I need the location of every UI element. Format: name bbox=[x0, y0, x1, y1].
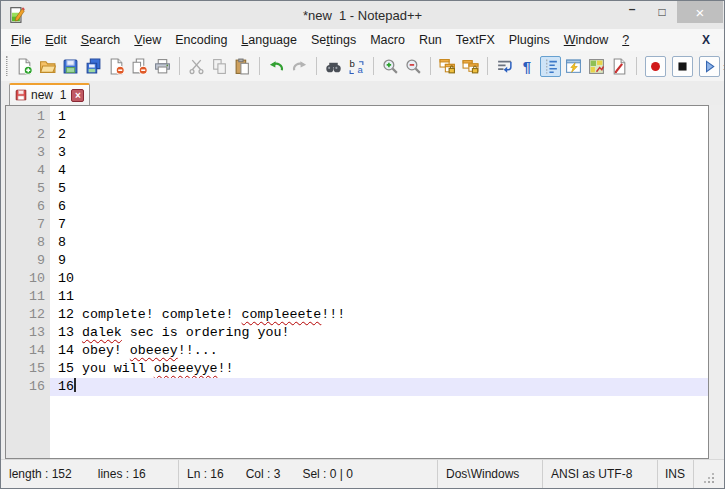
line-number[interactable]: 2 bbox=[6, 126, 50, 144]
tab-new-1[interactable]: new 1 × bbox=[9, 83, 90, 105]
line-text[interactable]: 6 bbox=[50, 198, 708, 216]
close-all-icon[interactable] bbox=[129, 56, 150, 77]
line-text[interactable]: 5 bbox=[50, 180, 708, 198]
caption-buttons: – □ × bbox=[617, 1, 724, 23]
sync-horizontal-icon[interactable] bbox=[460, 56, 481, 77]
word-wrap-icon[interactable] bbox=[494, 56, 515, 77]
status-length: length : 152 bbox=[9, 467, 72, 481]
line-number[interactable]: 7 bbox=[6, 216, 50, 234]
line-text[interactable]: 7 bbox=[50, 216, 708, 234]
line-text[interactable]: 10 bbox=[50, 270, 708, 288]
status-line: Ln : 16 bbox=[187, 467, 224, 481]
open-file-icon[interactable] bbox=[37, 56, 58, 77]
toolbar: ba¶ » bbox=[1, 51, 724, 81]
line-number[interactable]: 12 bbox=[6, 306, 50, 324]
line-text[interactable]: 13 dalek sec is ordering you! bbox=[50, 324, 708, 342]
line-text[interactable]: 8 bbox=[50, 234, 708, 252]
line-text[interactable]: 4 bbox=[50, 162, 708, 180]
print-icon[interactable] bbox=[152, 56, 173, 77]
indent-guide-icon[interactable] bbox=[540, 56, 561, 77]
sync-vertical-icon[interactable] bbox=[437, 56, 458, 77]
menu-item-macro[interactable]: Macro bbox=[363, 31, 412, 49]
menu-item-view[interactable]: View bbox=[127, 31, 168, 49]
text-segment: 13 bbox=[58, 325, 82, 340]
zoom-in-icon[interactable] bbox=[380, 56, 401, 77]
close-document-x-button[interactable]: X bbox=[702, 33, 724, 47]
macro-record-icon[interactable] bbox=[645, 56, 666, 77]
menu-item-search[interactable]: Search bbox=[74, 31, 128, 49]
line-text[interactable]: 12 complete! complete! compleeete!!! bbox=[50, 306, 708, 324]
menu-item-plugins[interactable]: Plugins bbox=[502, 31, 557, 49]
close-icon[interactable] bbox=[106, 56, 127, 77]
window-title: *new 1 - Notepad++ bbox=[1, 1, 724, 29]
line-number[interactable]: 10 bbox=[6, 270, 50, 288]
tab-label: new 1 bbox=[31, 88, 66, 102]
line-text[interactable]: 2 bbox=[50, 126, 708, 144]
line-text[interactable]: 1 bbox=[50, 108, 708, 126]
replace-icon[interactable]: ba bbox=[346, 56, 367, 77]
line-text[interactable]: 11 bbox=[50, 288, 708, 306]
cut-icon[interactable] bbox=[186, 56, 207, 77]
line-number[interactable]: 11 bbox=[6, 288, 50, 306]
tab-close-icon[interactable]: × bbox=[71, 89, 84, 102]
line-number[interactable]: 15 bbox=[6, 360, 50, 378]
line-number[interactable]: 1 bbox=[6, 108, 50, 126]
user-define-dialog-icon[interactable] bbox=[563, 56, 584, 77]
show-all-chars-icon[interactable]: ¶ bbox=[517, 56, 538, 77]
menu-item-window[interactable]: Window bbox=[557, 31, 615, 49]
notepadpp-logo-icon[interactable] bbox=[8, 6, 26, 24]
find-icon[interactable] bbox=[323, 56, 344, 77]
text-segment: !! bbox=[218, 361, 234, 376]
text-segment: 5 bbox=[58, 181, 66, 196]
line-text[interactable]: 15 you will obeeeyye!! bbox=[50, 360, 708, 378]
menu-item-file[interactable]: File bbox=[4, 31, 38, 49]
line-number[interactable]: 5 bbox=[6, 180, 50, 198]
undo-icon[interactable] bbox=[266, 56, 287, 77]
line-number[interactable]: 13 bbox=[6, 324, 50, 342]
text-segment: 2 bbox=[58, 127, 66, 142]
menu-item-textfx[interactable]: TextFX bbox=[449, 31, 502, 49]
editor-line: 66 bbox=[6, 198, 708, 216]
menu-item-settings[interactable]: Settings bbox=[304, 31, 363, 49]
menu-item-help[interactable]: ? bbox=[615, 31, 636, 49]
minimize-button[interactable]: – bbox=[617, 1, 647, 23]
line-number[interactable]: 6 bbox=[6, 198, 50, 216]
copy-icon[interactable] bbox=[209, 56, 230, 77]
new-file-icon[interactable] bbox=[14, 56, 35, 77]
line-number[interactable]: 9 bbox=[6, 252, 50, 270]
menu-item-language[interactable]: Language bbox=[234, 31, 304, 49]
doc-map-icon[interactable] bbox=[586, 56, 607, 77]
close-button[interactable]: × bbox=[677, 1, 723, 23]
redo-icon[interactable] bbox=[289, 56, 310, 77]
toolbar-separator bbox=[487, 57, 488, 75]
save-all-icon[interactable] bbox=[83, 56, 104, 77]
maximize-button[interactable]: □ bbox=[647, 1, 677, 23]
menu-item-encoding[interactable]: Encoding bbox=[168, 31, 234, 49]
text-segment: 12 complete! complete! bbox=[58, 307, 242, 322]
zoom-out-icon[interactable] bbox=[403, 56, 424, 77]
text-area[interactable]: 112233445566778899101011111212 complete!… bbox=[6, 106, 708, 396]
macro-stop-icon[interactable] bbox=[672, 56, 693, 77]
editor-line: 55 bbox=[6, 180, 708, 198]
editor[interactable]: 112233445566778899101011111212 complete!… bbox=[5, 105, 709, 459]
function-list-icon[interactable] bbox=[609, 56, 630, 77]
resize-grip[interactable] bbox=[694, 460, 724, 488]
line-text[interactable]: 3 bbox=[50, 144, 708, 162]
menu-items: FileEditSearchViewEncodingLanguageSettin… bbox=[4, 31, 636, 49]
menu-item-run[interactable]: Run bbox=[412, 31, 449, 49]
line-number[interactable]: 8 bbox=[6, 234, 50, 252]
line-number[interactable]: 16 bbox=[6, 378, 50, 396]
menu-item-edit[interactable]: Edit bbox=[38, 31, 74, 49]
line-number[interactable]: 4 bbox=[6, 162, 50, 180]
save-icon[interactable] bbox=[60, 56, 81, 77]
line-text[interactable]: 14 obey! obeeey!!... bbox=[50, 342, 708, 360]
macro-play-icon[interactable] bbox=[699, 56, 720, 77]
editor-line: 22 bbox=[6, 126, 708, 144]
status-insert-mode: INS bbox=[658, 460, 694, 488]
line-text[interactable]: 9 bbox=[50, 252, 708, 270]
current-line-text[interactable]: 16 bbox=[50, 378, 708, 396]
line-number[interactable]: 3 bbox=[6, 144, 50, 162]
line-number[interactable]: 14 bbox=[6, 342, 50, 360]
paste-icon[interactable] bbox=[232, 56, 253, 77]
toolbar-grip[interactable] bbox=[6, 56, 8, 76]
